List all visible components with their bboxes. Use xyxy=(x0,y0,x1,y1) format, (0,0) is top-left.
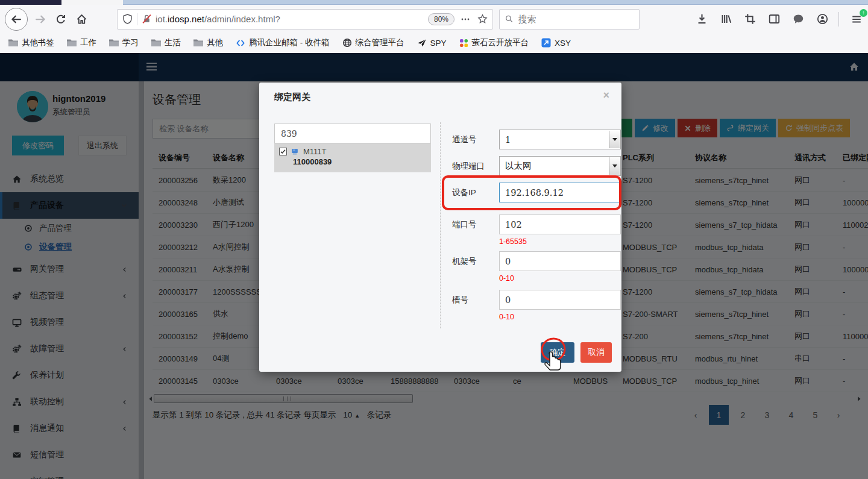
form-row-设备IP: 设备IP xyxy=(452,183,609,202)
forward-button[interactable] xyxy=(30,9,51,30)
设备IP-input[interactable] xyxy=(499,183,621,202)
back-button[interactable] xyxy=(5,8,28,31)
form-row-通道号: 通道号1 xyxy=(452,130,609,149)
gateway-device-icon xyxy=(291,148,299,155)
folder-icon xyxy=(151,39,161,47)
modal-title: 绑定网关 xyxy=(274,92,310,103)
bind-gateway-modal: 绑定网关 × M111T 110000839 通道号1物理端口以太网设备IP端口… xyxy=(259,83,621,372)
bookmark-label: 生活 xyxy=(165,37,181,48)
form-row-物理端口: 物理端口以太网 xyxy=(452,156,609,176)
browser-search-box[interactable] xyxy=(499,9,640,30)
field-label: 槽号 xyxy=(452,295,499,305)
select-value: 1 xyxy=(505,135,511,145)
bookmark-label: XSY xyxy=(555,39,571,48)
field-hint: 0-10 xyxy=(499,274,514,283)
tab-strip-active-tab[interactable] xyxy=(0,0,61,5)
url-text[interactable]: iot.idosp.net/admin/index.html? xyxy=(156,14,428,24)
paper-plane-icon xyxy=(417,39,427,48)
select-value: 以太网 xyxy=(505,160,532,172)
bookmarks-bar: 其他书签工作学习生活其他腾讯企业邮箱 - 收件箱综合管理平台SPY萤石云开放平台… xyxy=(0,33,868,52)
zoom-level-badge[interactable]: 80% xyxy=(428,13,454,25)
globe-icon xyxy=(342,38,352,48)
槽号-input[interactable] xyxy=(499,290,621,310)
bookmark-label: 萤石云开放平台 xyxy=(472,37,529,48)
confirm-button[interactable]: 确定 xyxy=(541,342,574,363)
端口号-input[interactable] xyxy=(499,214,621,234)
bookmark-item[interactable]: 生活 xyxy=(151,37,181,48)
downloads-icon[interactable] xyxy=(695,13,708,26)
gateway-id: 110000839 xyxy=(293,157,426,166)
application-window: iot.idosp.net/admin/index.html? 80% xyxy=(0,0,868,479)
gateway-name: M111T xyxy=(303,147,327,156)
update-badge: ↑ xyxy=(860,9,867,17)
bookmark-label: 综合管理平台 xyxy=(356,37,404,48)
arrow-square-icon xyxy=(541,38,551,48)
bookmark-item[interactable]: 萤石云开放平台 xyxy=(459,37,529,48)
bookmark-label: 腾讯企业邮箱 - 收件箱 xyxy=(249,37,330,48)
library-icon[interactable] xyxy=(719,13,732,26)
gateway-search-input[interactable] xyxy=(274,124,431,143)
bookmark-item[interactable]: 工作 xyxy=(67,37,96,48)
tencent-mail-icon xyxy=(236,39,245,48)
bookmark-item[interactable]: 其他 xyxy=(193,37,223,48)
field-label: 通道号 xyxy=(452,134,499,145)
messages-icon[interactable] xyxy=(791,13,805,26)
field-label: 机架号 xyxy=(452,256,499,267)
modal-divider xyxy=(440,122,441,328)
bookmark-item[interactable]: SPY xyxy=(417,39,447,48)
field-label: 物理端口 xyxy=(452,161,499,172)
bookmark-item[interactable]: 学习 xyxy=(109,37,139,48)
insecure-lock-icon[interactable] xyxy=(142,14,152,24)
gateway-checkbox[interactable] xyxy=(279,148,287,155)
bookmark-star-icon[interactable] xyxy=(477,14,488,24)
field-hint: 0-10 xyxy=(499,313,514,321)
modal-close-icon[interactable]: × xyxy=(603,90,609,101)
account-icon[interactable] xyxy=(816,13,829,26)
color-dots-icon xyxy=(459,39,468,48)
browser-chrome: iot.idosp.net/admin/index.html? 80% xyxy=(0,0,868,53)
bookmark-label: 其他书签 xyxy=(22,37,54,48)
folder-icon xyxy=(67,39,77,47)
url-bar-divider xyxy=(137,13,137,25)
search-icon xyxy=(505,14,513,23)
bookmark-label: SPY xyxy=(430,39,447,48)
form-row-端口号: 端口号 xyxy=(452,214,609,234)
select-caret-icon[interactable] xyxy=(609,157,620,175)
sidebar-toggle-icon[interactable] xyxy=(767,13,781,26)
cancel-button[interactable]: 取消 xyxy=(580,342,612,363)
page-actions-icon[interactable] xyxy=(461,14,470,24)
home-button[interactable] xyxy=(71,9,92,30)
reload-button[interactable] xyxy=(51,9,71,30)
tab-strip xyxy=(0,0,868,5)
reload-icon xyxy=(55,14,66,25)
folder-icon xyxy=(8,39,18,47)
bookmark-item[interactable]: XSY xyxy=(541,38,571,48)
forward-arrow-icon xyxy=(34,13,46,25)
web-page: hignton2019 系统管理员 修改密码 退出系统 系统总览产品设备产品管理… xyxy=(0,53,868,479)
screenshot-icon[interactable] xyxy=(743,13,756,26)
tab-strip-segment xyxy=(61,0,123,5)
field-label: 端口号 xyxy=(452,219,499,230)
url-bar[interactable]: iot.idosp.net/admin/index.html? 80% xyxy=(117,9,493,30)
folder-icon xyxy=(193,39,203,47)
shield-icon[interactable] xyxy=(122,14,133,24)
home-icon xyxy=(76,13,87,25)
browser-search-input[interactable] xyxy=(518,14,634,24)
tab-strip-window-edge xyxy=(123,0,868,5)
bookmark-item[interactable]: 综合管理平台 xyxy=(342,37,404,48)
bookmark-item[interactable]: 腾讯企业邮箱 - 收件箱 xyxy=(236,37,330,48)
机架号-input[interactable] xyxy=(499,251,621,271)
browser-toolbar: iot.idosp.net/admin/index.html? 80% xyxy=(0,5,868,33)
gateway-list-item[interactable]: M111T 110000839 xyxy=(274,143,431,172)
bookmark-item[interactable]: 其他书签 xyxy=(8,37,54,48)
form-row-机架号: 机架号 xyxy=(452,251,609,271)
bookmark-label: 学习 xyxy=(122,37,139,48)
bookmark-label: 工作 xyxy=(80,37,96,48)
toolbar-icons: ↑ xyxy=(684,12,863,27)
menu-hamburger-icon[interactable]: ↑ xyxy=(850,13,863,26)
select-caret-icon[interactable] xyxy=(609,131,620,148)
通道号-select[interactable]: 1 xyxy=(499,130,621,149)
back-arrow-icon xyxy=(10,13,22,25)
field-label: 设备IP xyxy=(452,187,499,198)
物理端口-select[interactable]: 以太网 xyxy=(499,156,621,176)
